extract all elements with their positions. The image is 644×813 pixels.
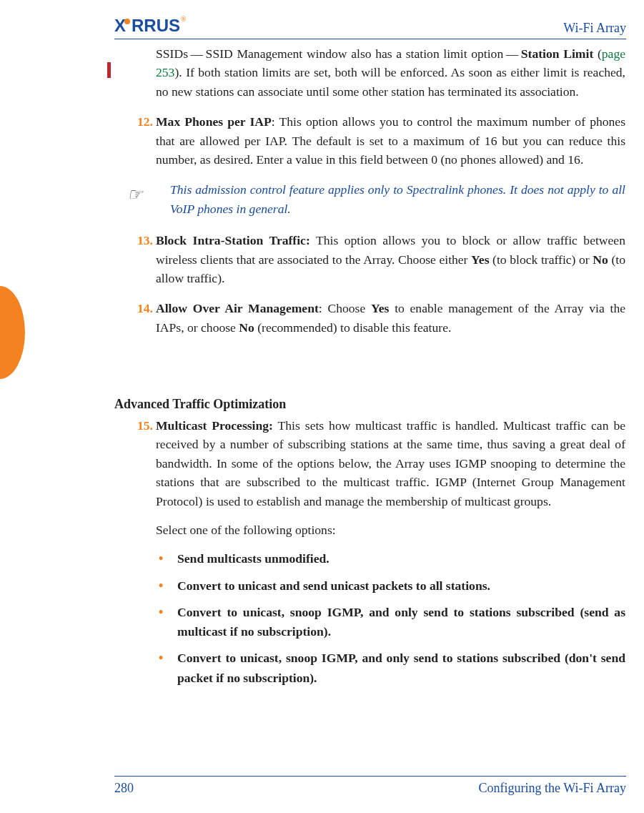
item-number: 15. xyxy=(133,416,153,435)
brand-prefix: X xyxy=(114,16,126,36)
brand-dot-icon xyxy=(124,19,130,24)
multicast-options-list: Send multicasts unmodified. Convert to u… xyxy=(156,549,625,688)
pointing-hand-icon: ☞ xyxy=(127,182,143,207)
item14-pre: : Choose xyxy=(319,301,371,315)
header-title: Wi-Fi Array xyxy=(563,21,626,36)
item12-title: Max Phones per IAP xyxy=(156,114,272,129)
item14-no: No xyxy=(239,320,254,335)
item15-title: Multicast Processing: xyxy=(156,418,273,433)
document-page: X RRUS ® Wi-Fi Array SSIDs — SSID Manage… xyxy=(0,0,644,813)
multicast-option: Convert to unicast, snoop IGMP, and only… xyxy=(156,603,625,642)
item13-yes: Yes xyxy=(471,252,489,267)
note-text: This admission control feature applies o… xyxy=(170,182,625,215)
note-callout: ☞ This admission control feature applies… xyxy=(156,180,625,218)
brand-logo: X RRUS ® xyxy=(114,16,186,36)
page-footer: 280 Configuring the Wi-Fi Array xyxy=(114,776,626,796)
item15-para2: Select one of the following options: xyxy=(156,521,625,539)
page-content: SSIDs — SSID Management window also has … xyxy=(156,44,625,348)
cont-pre: SSIDs — SSID Management window also has … xyxy=(156,46,521,61)
registered-icon: ® xyxy=(181,15,187,23)
item-number: 14. xyxy=(133,299,153,317)
item14-title: Allow Over Air Management xyxy=(156,301,319,315)
multicast-option: Send multicasts unmodified. xyxy=(156,549,625,568)
revision-bar-icon xyxy=(107,62,111,78)
multicast-option: Convert to unicast, snoop IGMP, and only… xyxy=(156,649,625,688)
item13-title: Block Intra-Station Traffic: xyxy=(156,233,310,247)
item13-no: No xyxy=(593,252,608,267)
item15-para1-wrap: Multicast Processing: This sets how mult… xyxy=(156,416,625,511)
page-header: X RRUS ® Wi-Fi Array xyxy=(114,11,626,39)
item13-mid: (to block traffic) or xyxy=(490,252,593,267)
list-item-15: 15. Multicast Processing: This sets how … xyxy=(156,416,625,688)
item15-block: 15. Multicast Processing: This sets how … xyxy=(156,416,625,699)
page-number: 280 xyxy=(114,781,134,796)
continuation-paragraph: SSIDs — SSID Management window also has … xyxy=(156,44,625,101)
footer-section-title: Configuring the Wi-Fi Array xyxy=(479,781,626,796)
list-item-14: 14. Allow Over Air Management: Choose Ye… xyxy=(156,299,625,337)
cont-mid: ( xyxy=(593,46,602,61)
cont-post: ). If both station limits are set, both … xyxy=(156,65,625,98)
item-number: 13. xyxy=(133,231,153,250)
item14-after: (recommended) to disable this feature. xyxy=(254,320,452,335)
brand-rest: RRUS xyxy=(132,16,180,36)
multicast-option: Convert to unicast and send unicast pack… xyxy=(156,576,625,596)
side-thumb-tab-icon xyxy=(0,286,25,379)
cont-bold: Station Limit xyxy=(521,46,593,61)
section-heading-advanced-traffic: Advanced Traffic Optimization xyxy=(114,397,286,412)
list-item-13: 13. Block Intra-Station Traffic: This op… xyxy=(156,231,625,287)
list-item-12: 12. Max Phones per IAP: This option allo… xyxy=(156,112,625,169)
item14-yes: Yes xyxy=(371,301,389,315)
item-number: 12. xyxy=(133,112,153,131)
